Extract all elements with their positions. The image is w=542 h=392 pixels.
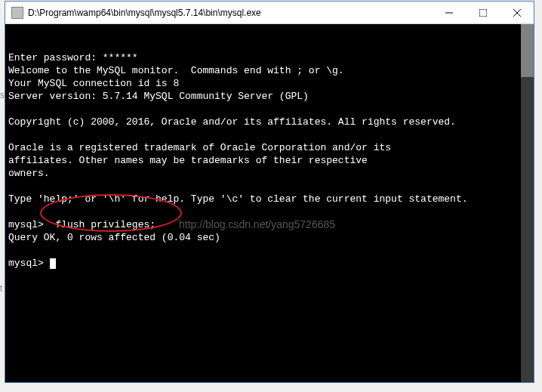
minimize-icon (445, 9, 453, 17)
terminal-line: Enter password: ****** (8, 52, 138, 63)
close-button[interactable] (500, 2, 534, 23)
terminal-line: Type 'help;' or '\h' for help. Type '\c'… (8, 193, 468, 205)
app-icon (11, 7, 23, 19)
window-controls (432, 2, 534, 23)
svg-rect-1 (479, 9, 487, 17)
scrollbar-track[interactable] (521, 24, 534, 382)
close-icon (513, 9, 521, 17)
cursor (50, 258, 56, 269)
terminal-line: Welcome to the MySQL monitor. Commands e… (8, 65, 344, 76)
scrollbar-thumb[interactable] (521, 24, 534, 77)
window-title: D:\Program\wamp64\bin\mysql\mysql5.7.14\… (28, 8, 432, 18)
terminal-area[interactable]: Enter password: ****** Welcome to the My… (5, 24, 534, 382)
terminal-line: Copyright (c) 2000, 2016, Oracle and/or … (8, 116, 456, 128)
terminal-line: Oracle is a registered trademark of Orac… (8, 142, 391, 153)
minimize-button[interactable] (432, 2, 466, 23)
terminal-line: Server version: 5.7.14 MySQL Community S… (8, 91, 309, 102)
terminal-content: Enter password: ****** Welcome to the My… (8, 51, 531, 270)
terminal-line: owners. (8, 168, 50, 179)
maximize-icon (479, 9, 487, 17)
mysql-prompt: mysql> (8, 258, 50, 269)
query-result: Query OK, 0 rows affected (0.04 sec) (8, 232, 220, 243)
maximize-button[interactable] (466, 2, 500, 23)
terminal-line: affiliates. Other names may be trademark… (8, 155, 368, 166)
titlebar[interactable]: D:\Program\wamp64\bin\mysql\mysql5.7.14\… (5, 2, 534, 24)
terminal-line: Your MySQL connection id is 8 (8, 78, 179, 89)
command-text: flush privileges; (50, 219, 156, 230)
console-window: D:\Program\wamp64\bin\mysql\mysql5.7.14\… (5, 1, 534, 383)
page-artifact: t (0, 283, 2, 294)
mysql-prompt: mysql> (8, 219, 50, 230)
